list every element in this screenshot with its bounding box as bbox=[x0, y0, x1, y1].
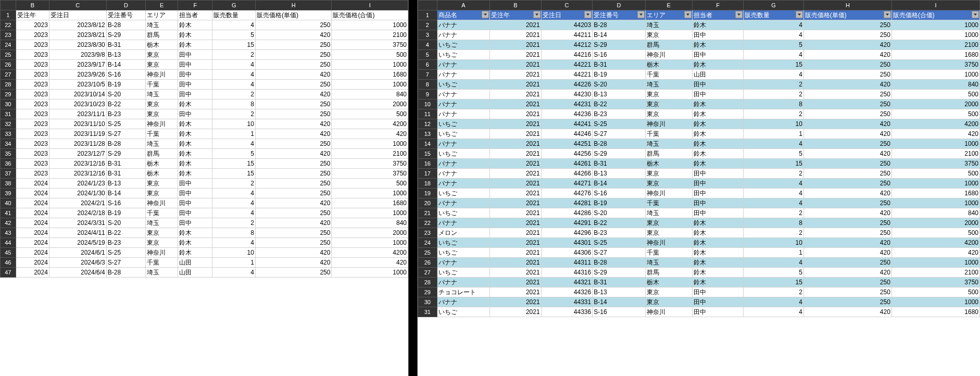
cell[interactable]: 神奈川 bbox=[146, 70, 178, 80]
cell[interactable]: 4 bbox=[744, 198, 804, 208]
cell[interactable]: 420 bbox=[803, 149, 891, 159]
cell[interactable]: 2023/12/16 bbox=[49, 169, 106, 179]
cell[interactable]: 250 bbox=[255, 50, 332, 60]
cell[interactable]: 鈴木 bbox=[692, 159, 744, 169]
row-header[interactable]: 1 bbox=[418, 10, 437, 20]
cell[interactable]: 500 bbox=[891, 90, 979, 99]
column-header-F[interactable]: F bbox=[692, 1, 744, 10]
table-row[interactable]: 31いちご202144336S-16神奈川田中44201680 bbox=[418, 307, 980, 317]
cell[interactable]: 2021 bbox=[490, 228, 542, 238]
cell[interactable]: 2021 bbox=[490, 297, 542, 307]
cell[interactable]: B-13 bbox=[593, 169, 645, 179]
cell[interactable]: 44336 bbox=[541, 307, 593, 317]
cell[interactable]: 4 bbox=[212, 268, 255, 278]
cell[interactable]: 2021 bbox=[490, 287, 542, 297]
cell[interactable]: B-22 bbox=[106, 99, 146, 109]
cell[interactable]: 鈴木 bbox=[692, 99, 744, 109]
cell[interactable]: 44271 bbox=[541, 179, 593, 189]
table-header[interactable]: 商品名 bbox=[437, 10, 489, 20]
cell[interactable]: S-27 bbox=[106, 258, 146, 268]
row-header[interactable]: 23 bbox=[418, 228, 437, 238]
cell[interactable]: 2024/6/1 bbox=[49, 248, 106, 258]
cell[interactable]: いちご bbox=[437, 119, 489, 129]
cell[interactable]: 2023/12/16 bbox=[49, 159, 106, 169]
cell[interactable]: 5 bbox=[744, 268, 804, 278]
pane-divider[interactable] bbox=[408, 0, 418, 376]
cell[interactable]: 3750 bbox=[332, 40, 408, 50]
cell[interactable]: 田中 bbox=[692, 287, 744, 297]
cell[interactable]: 44316 bbox=[541, 268, 593, 278]
cell[interactable]: 250 bbox=[803, 159, 891, 169]
cell[interactable]: 2 bbox=[212, 50, 255, 60]
cell[interactable]: S-25 bbox=[106, 119, 146, 129]
row-header[interactable]: 22 bbox=[1, 20, 16, 30]
cell[interactable]: 2021 bbox=[490, 119, 542, 129]
cell[interactable]: 神奈川 bbox=[645, 50, 692, 60]
cell[interactable]: 2 bbox=[744, 169, 804, 179]
cell[interactable]: 群馬 bbox=[645, 149, 692, 159]
cell[interactable]: いちご bbox=[437, 149, 489, 159]
row-header[interactable]: 35 bbox=[1, 149, 16, 159]
table-header[interactable]: 受注日 bbox=[541, 10, 593, 20]
cell[interactable]: 田中 bbox=[178, 90, 212, 99]
cell[interactable]: 埼玉 bbox=[146, 90, 178, 99]
cell[interactable]: 250 bbox=[803, 198, 891, 208]
cell[interactable]: 田中 bbox=[178, 179, 212, 189]
cell[interactable]: 4 bbox=[744, 179, 804, 189]
cell[interactable]: 250 bbox=[255, 228, 332, 238]
cell[interactable]: 埼玉 bbox=[645, 208, 692, 218]
row-header[interactable]: 25 bbox=[1, 50, 16, 60]
cell[interactable]: 420 bbox=[255, 119, 332, 129]
cell[interactable]: 2023/8/12 bbox=[49, 20, 106, 30]
cell[interactable]: 2023/9/8 bbox=[49, 50, 106, 60]
cell[interactable]: 15 bbox=[744, 60, 804, 70]
row-header[interactable]: 25 bbox=[418, 248, 437, 258]
cell[interactable]: 44261 bbox=[541, 159, 593, 169]
cell[interactable]: 1000 bbox=[332, 208, 408, 218]
row-header[interactable]: 23 bbox=[1, 30, 16, 40]
cell[interactable]: 8 bbox=[212, 99, 255, 109]
field-header[interactable]: 受注番号 bbox=[106, 10, 146, 20]
cell[interactable]: 鈴木 bbox=[692, 228, 744, 238]
cell[interactable]: 15 bbox=[212, 169, 255, 179]
cell[interactable]: 鈴木 bbox=[692, 268, 744, 278]
cell[interactable]: 神奈川 bbox=[645, 238, 692, 248]
cell[interactable]: 250 bbox=[255, 169, 332, 179]
cell[interactable]: 3750 bbox=[332, 159, 408, 169]
cell[interactable]: 神奈川 bbox=[645, 307, 692, 317]
cell[interactable]: 2021 bbox=[490, 70, 542, 80]
cell[interactable]: 2023/9/17 bbox=[49, 60, 106, 70]
cell[interactable]: 420 bbox=[332, 129, 408, 139]
cell[interactable]: 8 bbox=[744, 99, 804, 109]
cell[interactable]: 2023 bbox=[16, 139, 49, 149]
cell[interactable]: 東京 bbox=[146, 189, 178, 198]
cell[interactable]: B-23 bbox=[593, 109, 645, 119]
cell[interactable]: S-25 bbox=[593, 238, 645, 248]
cell[interactable]: 1000 bbox=[891, 258, 979, 268]
cell[interactable]: 4 bbox=[212, 208, 255, 218]
cell[interactable]: B-13 bbox=[106, 179, 146, 189]
filter-dropdown-icon[interactable] bbox=[533, 11, 541, 18]
cell[interactable]: 鈴木 bbox=[178, 248, 212, 258]
cell[interactable]: 田中 bbox=[692, 50, 744, 60]
cell[interactable]: 44221 bbox=[541, 60, 593, 70]
cell[interactable]: 1000 bbox=[891, 30, 979, 40]
filter-dropdown-icon[interactable] bbox=[637, 11, 645, 18]
table-row[interactable]: 12いちご202144241S-25神奈川鈴木104204200 bbox=[418, 119, 980, 129]
cell[interactable]: S-27 bbox=[106, 129, 146, 139]
cell[interactable]: 1000 bbox=[332, 189, 408, 198]
cell[interactable]: 4 bbox=[744, 258, 804, 268]
cell[interactable]: 2021 bbox=[490, 139, 542, 149]
cell[interactable]: 田中 bbox=[178, 80, 212, 90]
cell[interactable]: 4 bbox=[212, 139, 255, 149]
row-header[interactable]: 33 bbox=[1, 129, 16, 139]
filter-dropdown-icon[interactable] bbox=[884, 11, 891, 18]
table-header[interactable]: 販売価格(合価) bbox=[891, 10, 979, 20]
cell[interactable]: いちご bbox=[437, 208, 489, 218]
table-header[interactable]: エリア bbox=[645, 10, 692, 20]
cell[interactable]: B-19 bbox=[106, 80, 146, 90]
cell[interactable]: 500 bbox=[891, 228, 979, 238]
table-row[interactable]: 4いちご202144212S-29群馬鈴木54202100 bbox=[418, 40, 980, 50]
row-header[interactable]: 44 bbox=[1, 238, 16, 248]
row-header[interactable]: 3 bbox=[418, 30, 437, 40]
